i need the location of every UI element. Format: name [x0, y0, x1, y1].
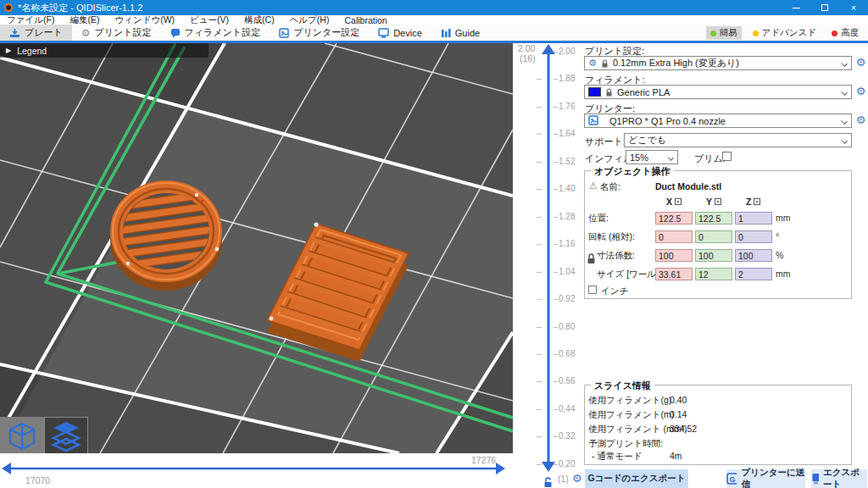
tab-print-settings[interactable]: ⚙ プリント設定	[72, 25, 161, 41]
tab-plate[interactable]: プレート	[0, 25, 72, 41]
export-gcode-button[interactable]: Gコードのエクスポート	[585, 469, 688, 488]
mode-2[interactable]: 高度	[827, 26, 863, 40]
window-title: *名称未設定 - QIDISlicer-1.1.2	[18, 2, 782, 14]
hslider-min-label: 17070	[25, 475, 50, 485]
layer-tick-label: 1.04	[559, 267, 575, 276]
horizontal-slider-area: 17070 17276	[0, 453, 513, 488]
layer-tick-label: 0.20	[559, 459, 575, 469]
support-label: サポート:	[585, 136, 626, 148]
view-preview-button[interactable]	[44, 417, 88, 453]
object-round-vent	[110, 180, 222, 291]
mode-label: 高度	[841, 27, 859, 39]
guide-icon	[441, 28, 451, 38]
tick-mark	[537, 134, 542, 135]
object-y-input[interactable]: 122.5	[695, 212, 732, 225]
close-button[interactable]: ×	[839, 0, 868, 15]
title-bar: *名称未設定 - QIDISlicer-1.1.2 ×	[0, 0, 868, 15]
tick-mark	[537, 354, 542, 355]
maximize-button[interactable]	[810, 0, 839, 15]
object-y-input[interactable]: 0	[695, 230, 732, 243]
view-3d-button[interactable]	[0, 417, 44, 453]
mode-label: アドバンスド	[762, 27, 816, 39]
object-z-input[interactable]: 100	[735, 249, 772, 262]
unlock-icon[interactable]	[543, 477, 553, 488]
object-row-label: 寸法係数:	[597, 250, 635, 262]
layer-bottom-count: (1)	[558, 474, 569, 484]
axis-z-icon[interactable]	[754, 198, 760, 205]
brim-label: ブリム:	[694, 152, 726, 165]
object-x-input[interactable]: 100	[655, 249, 693, 262]
tab-device[interactable]: Device	[369, 25, 431, 41]
inch-checkbox[interactable]	[588, 286, 597, 294]
slider-gear-icon[interactable]: ⚙	[572, 472, 582, 485]
tab-label: プレート	[25, 26, 63, 39]
horizontal-slider[interactable]	[0, 453, 513, 488]
object-y-input[interactable]: 12	[695, 268, 732, 280]
export-button[interactable]: エクスポート	[811, 469, 867, 488]
tick-mark	[537, 327, 542, 328]
object-name-value: Duct Module.stl	[655, 181, 721, 191]
layer-slider-area: 2.00 (16) 2.001.881.761.641.521.401.281.…	[513, 43, 581, 488]
menu-item-6[interactable]: Calibration	[344, 15, 387, 25]
printer-icon	[279, 28, 289, 38]
support-select[interactable]: どこでも	[624, 133, 852, 147]
filament-color-swatch	[588, 87, 601, 97]
object-z-input[interactable]: 1	[735, 212, 772, 225]
object-x-input[interactable]: 33.61	[655, 268, 693, 280]
object-row-unit: °	[776, 231, 779, 241]
tick-mark	[537, 189, 542, 190]
object-row-unit: %	[776, 250, 783, 260]
mode-dot-icon	[753, 30, 759, 36]
infill-select[interactable]: 15%	[626, 150, 678, 164]
mode-1[interactable]: アドバンスド	[748, 26, 821, 40]
layer-tick-label: 0.92	[559, 294, 575, 303]
axis-y-icon[interactable]	[715, 198, 721, 205]
mode-0[interactable]: 簡易	[706, 26, 742, 40]
tick-mark	[554, 354, 558, 355]
axis-x-icon[interactable]	[675, 198, 682, 205]
legend-bar[interactable]: ▶ Legend	[0, 43, 209, 58]
layer-tick-label: 1.16	[559, 239, 575, 248]
tab-label: プリント設定	[95, 26, 152, 39]
object-z-input[interactable]: 0	[735, 230, 772, 243]
usb-drive-icon	[811, 473, 819, 485]
print-settings-select[interactable]: ⚙ 0.12mm Extra High (変更あり)	[584, 56, 852, 70]
tab-printer-settings[interactable]: プリンター設定	[270, 25, 369, 41]
printer-value: Q1PRO * Q1 Pro 0.4 nozzle	[609, 116, 726, 126]
3d-viewport[interactable]: ▶ Legend	[0, 43, 513, 453]
minimize-icon	[793, 8, 800, 8]
chevron-down-icon	[667, 154, 674, 161]
tick-mark	[554, 327, 558, 328]
tick-mark	[537, 299, 542, 300]
print-settings-gear-button[interactable]: ⚙	[854, 57, 867, 69]
object-y-input[interactable]: 100	[695, 249, 732, 262]
printer-select[interactable]: Q1PRO * Q1 Pro 0.4 nozzle	[584, 114, 852, 128]
object-x-input[interactable]: 122.5	[655, 212, 693, 225]
tab-guide[interactable]: Guide	[431, 25, 489, 41]
scale-lock-icon[interactable]	[587, 253, 596, 264]
lock-icon	[601, 59, 609, 68]
send-to-printer-button[interactable]: G プリンターに送信	[726, 469, 805, 488]
layer-tick-label: 0.56	[559, 376, 575, 385]
object-row-unit: mm	[776, 269, 791, 279]
layer-tick-label: 0.80	[559, 322, 575, 331]
minimize-button[interactable]	[782, 0, 810, 15]
layer-tick-label: 1.64	[559, 129, 575, 138]
slice-row-label: 使用フィラメント(m)	[588, 409, 674, 421]
filament-select[interactable]: Generic PLA	[584, 85, 852, 99]
tick-mark	[554, 244, 558, 245]
legend-expand-icon: ▶	[6, 47, 11, 54]
object-z-input[interactable]: 2	[735, 268, 772, 280]
tick-mark	[554, 79, 558, 80]
tick-mark	[554, 409, 558, 410]
brim-checkbox[interactable]	[722, 152, 732, 161]
slice-row-label: 使用フィラメント(g)	[588, 395, 671, 407]
printer-gear-button[interactable]: ⚙	[854, 114, 867, 127]
slice-row-label: 予測プリント時間:	[588, 438, 663, 450]
tick-mark	[537, 272, 542, 273]
layer-tick-label: 1.28	[559, 212, 575, 221]
filament-gear-button[interactable]: ⚙	[854, 86, 867, 98]
layer-tick-label: 1.52	[559, 157, 575, 166]
object-x-input[interactable]: 0	[655, 230, 693, 243]
tab-filament-settings[interactable]: フィラメント設定	[161, 25, 270, 41]
